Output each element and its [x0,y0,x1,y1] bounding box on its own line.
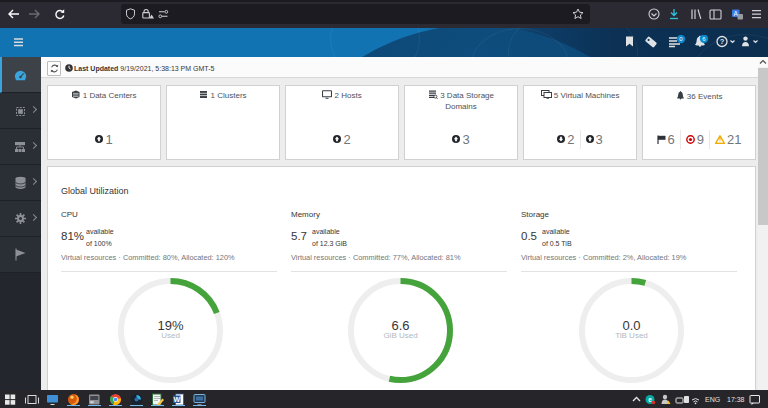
svg-text:TiB Used: TiB Used [615,331,648,340]
svg-text:Used: Used [161,331,180,340]
svg-text:e: e [648,396,652,403]
svg-text:GiB Used: GiB Used [383,331,417,340]
svg-text:W: W [173,396,180,403]
svg-text:17:38: 17:38 [727,396,745,403]
svg-text:ENG: ENG [705,396,720,403]
svg-text:?: ? [720,37,725,46]
